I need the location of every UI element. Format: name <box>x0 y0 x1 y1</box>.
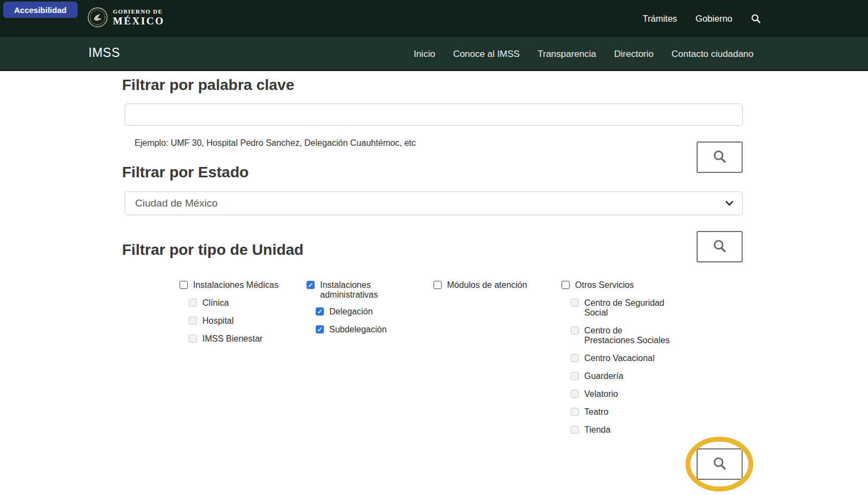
search-icon <box>711 237 729 256</box>
checkbox-row: Delegación <box>316 307 420 317</box>
checkbox-imss-bienestar[interactable] <box>189 335 197 343</box>
checkbox-centro-de-seguridad-social[interactable] <box>571 299 579 307</box>
imss-navbar: IMSS Inicio Conoce al IMSS Transparencia… <box>0 37 868 71</box>
keyword-input[interactable] <box>125 104 743 126</box>
checkbox-velatorio[interactable] <box>571 390 579 398</box>
checkbox-label: Otros Servicios <box>575 280 634 290</box>
gobierno-de-mexico-logo[interactable]: GOBIERNO DE MÉXICO <box>87 7 164 28</box>
nav-item-inicio[interactable]: Inicio <box>413 49 435 60</box>
checkbox-row: Centro de Seguridad Social <box>571 298 689 318</box>
checkbox-label: Hospital <box>202 316 234 326</box>
logo-line1: GOBIERNO DE <box>113 8 164 15</box>
nav-item-contacto-ciudadano[interactable]: Contacto ciudadano <box>672 49 754 60</box>
checkbox-centro-de-prestaciones-sociales[interactable] <box>571 326 579 335</box>
accessibility-button[interactable]: Accesibilidad <box>3 2 78 18</box>
checkbox-row: Tienda <box>571 425 689 435</box>
checkbox-row: Velatorio <box>571 389 689 399</box>
nav-item-conoce-al-imss[interactable]: Conoce al IMSS <box>453 49 520 60</box>
checkbox-row: Centro de Prestaciones Sociales <box>571 326 689 345</box>
checkbox-label: Instalaciones Médicas <box>193 280 278 290</box>
chevron-down-icon <box>725 201 733 206</box>
unit-type-filter-title: Filtrar por tipo de Unidad <box>122 241 303 259</box>
keyword-search-button[interactable] <box>697 142 743 173</box>
checkbox-delegacion[interactable] <box>316 307 324 316</box>
search-icon[interactable] <box>751 14 761 24</box>
checkbox-modulos-de-atencion[interactable] <box>433 281 442 289</box>
checkbox-row: Subdelegación <box>316 325 420 335</box>
checkbox-label: Módulos de atención <box>447 280 527 290</box>
checkbox-label: Centro de Seguridad Social <box>584 298 665 318</box>
nav-item-directorio[interactable]: Directorio <box>614 49 654 60</box>
topbar-link-gobierno[interactable]: Gobierno <box>695 14 732 24</box>
checkbox-row: Centro Vacacional <box>571 353 689 363</box>
mexico-seal-icon <box>87 7 108 28</box>
government-topbar: Accesibilidad GOBIERNO DE MÉXICO Trámite… <box>0 0 868 37</box>
logo-line2: MÉXICO <box>113 15 164 27</box>
logo-text: GOBIERNO DE MÉXICO <box>113 8 164 27</box>
checkbox-subdelegacion[interactable] <box>316 325 324 333</box>
topbar-links: Trámites Gobierno <box>643 0 761 37</box>
checkbox-label: Velatorio <box>584 389 618 399</box>
nav-item-transparencia[interactable]: Transparencia <box>538 49 596 60</box>
checkbox-guarderia[interactable] <box>571 372 579 380</box>
checkbox-label: Guardería <box>584 371 623 381</box>
checkbox-instalaciones-administrativas[interactable] <box>307 281 315 289</box>
checkbox-label: Subdelegación <box>329 325 387 335</box>
checkbox-instalaciones-medicas[interactable] <box>180 281 188 289</box>
checkbox-label: Centro de Prestaciones Sociales <box>584 326 669 345</box>
checkbox-row: Hospital <box>189 316 296 326</box>
navbar-items: Inicio Conoce al IMSS Transparencia Dire… <box>413 37 754 71</box>
checkbox-row: Instalaciones administrativas <box>307 280 420 300</box>
checkbox-label: IMSS Bienestar <box>202 334 263 344</box>
keyword-hint-text: Ejemplo: UMF 30, Hospital Pedro Sanchez,… <box>135 138 416 148</box>
checkbox-row: Clínica <box>189 298 296 308</box>
unit-type-group-otros-servicios: Otros Servicios Centro de Seguridad Soci… <box>561 280 689 443</box>
checkbox-row: Módulos de atención <box>433 280 553 290</box>
unit-type-group-instalaciones-medicas: Instalaciones Médicas Clínica Hospital I… <box>180 280 296 352</box>
checkbox-row: IMSS Bienestar <box>189 334 296 344</box>
checkbox-label: Teatro <box>584 407 608 417</box>
imss-brand-link[interactable]: IMSS <box>88 46 120 60</box>
state-select-value: Ciudad de México <box>125 197 725 209</box>
checkbox-row: Teatro <box>571 407 689 417</box>
unit-type-group-modulos-de-atencion: Módulos de atención <box>433 280 553 298</box>
state-select[interactable]: Ciudad de México <box>125 191 743 215</box>
unit-type-group-instalaciones-administrativas: Instalaciones administrativas Delegación… <box>307 280 420 343</box>
checkbox-hospital[interactable] <box>189 317 197 325</box>
checkbox-label: Delegación <box>329 307 373 317</box>
checkbox-centro-vacacional[interactable] <box>571 354 579 362</box>
keyword-filter-title: Filtrar por palabra clave <box>122 76 294 94</box>
checkbox-clinica[interactable] <box>189 299 197 307</box>
state-filter-title: Filtrar por Estado <box>122 164 248 181</box>
checkbox-tienda[interactable] <box>571 426 579 434</box>
checkbox-label: Instalaciones administrativas <box>320 280 378 300</box>
unit-type-search-button[interactable] <box>697 448 743 480</box>
topbar-link-tramites[interactable]: Trámites <box>643 14 678 24</box>
checkbox-label: Centro Vacacional <box>584 353 655 363</box>
checkbox-row: Otros Servicios <box>561 280 689 290</box>
checkbox-label: Tienda <box>584 425 610 435</box>
checkbox-row: Instalaciones Médicas <box>180 280 296 290</box>
search-icon <box>711 455 729 473</box>
checkbox-teatro[interactable] <box>571 408 579 416</box>
checkbox-row: Guardería <box>571 371 689 381</box>
state-search-button[interactable] <box>697 231 743 262</box>
search-icon <box>711 148 729 166</box>
page: Accesibilidad GOBIERNO DE MÉXICO Trámite… <box>0 0 868 495</box>
checkbox-otros-servicios[interactable] <box>561 281 570 289</box>
checkbox-label: Clínica <box>202 298 229 308</box>
